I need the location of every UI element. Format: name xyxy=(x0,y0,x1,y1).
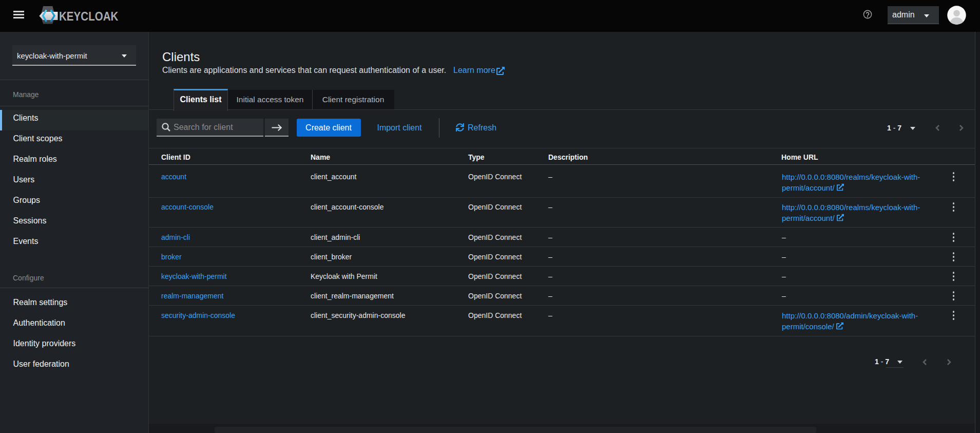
svg-text:KEYCLOAK: KEYCLOAK xyxy=(59,9,119,23)
